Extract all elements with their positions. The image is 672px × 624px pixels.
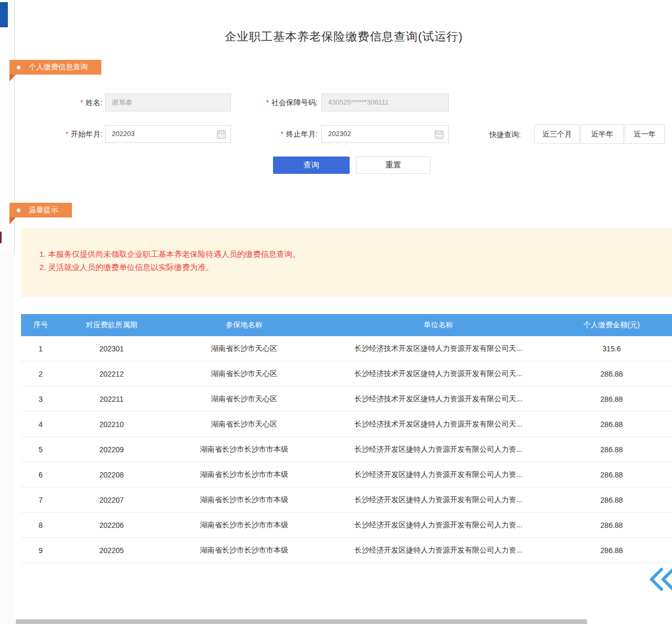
table-row: 8202206湖南省长沙市长沙市市本级长沙经济开发区捷特人力资源开发有限公司人力… — [21, 513, 672, 538]
table-cell: 7 — [21, 496, 60, 504]
horizontal-scrollbar[interactable] — [16, 619, 587, 624]
end-date-field[interactable]: 202302 — [321, 125, 449, 143]
section-title: 温馨提示 — [29, 205, 58, 215]
table-cell: 长沙经济技术开发区捷特人力资源开发有限公司天... — [326, 344, 551, 353]
table-row: 7202207湖南省长沙市长沙市市本级长沙经济开发区捷特人力资源开发有限公司人力… — [21, 487, 672, 513]
table-cell: 长沙经济开发区捷特人力资源开发有限公司人力资... — [326, 521, 551, 530]
table-body: 1202301湖南省长沙市天心区长沙经济技术开发区捷特人力资源开发有限公司天..… — [21, 336, 672, 563]
required-asterisk: * — [266, 98, 269, 107]
col-header-index: 序号 — [21, 320, 60, 330]
table-cell: 3 — [21, 395, 60, 403]
table-cell: 286.88 — [551, 370, 672, 378]
required-asterisk: * — [66, 130, 68, 138]
payments-table: 序号 对应费款所属期 参保地名称 单位名称 个人缴费金额(元) 1202301湖… — [21, 314, 672, 563]
table-cell: 202209 — [60, 445, 163, 454]
left-edge-mark — [0, 232, 2, 243]
quick-query-label: 快捷查询: — [489, 125, 521, 144]
name-field[interactable]: 谢旭泰 — [105, 93, 231, 111]
calendar-icon[interactable] — [217, 130, 226, 139]
table-cell: 长沙经济技术开发区捷特人力资源开发有限公司天... — [326, 394, 551, 404]
table-cell: 1 — [21, 345, 60, 353]
page-title: 企业职工基本养老保险缴费信息查询(试运行) — [16, 29, 672, 45]
table-cell: 湖南省长沙市长沙市市本级 — [163, 445, 326, 454]
quick-3months-button[interactable]: 近三个月 — [534, 124, 580, 144]
end-date-label: *终止年月: — [257, 125, 318, 143]
table-cell: 长沙经济开发区捷特人力资源开发有限公司人力资... — [326, 445, 551, 454]
table-cell: 202210 — [60, 420, 163, 429]
reset-button[interactable]: 重置 — [356, 157, 430, 174]
table-cell: 202206 — [60, 521, 163, 529]
table-cell: 202301 — [60, 345, 163, 353]
bullet-icon — [17, 66, 20, 69]
table-cell: 6 — [21, 471, 60, 479]
sidebar-blue-tab[interactable] — [0, 2, 8, 27]
table-row: 1202301湖南省长沙市天心区长沙经济技术开发区捷特人力资源开发有限公司天..… — [21, 336, 672, 361]
table-cell: 8 — [21, 521, 60, 529]
notice-line: 1. 本服务仅提供尚未领取企业职工基本养老保险待遇人员的缴费信息查询。 — [39, 247, 662, 261]
page: 企业职工基本养老保险缴费信息查询(试运行) 个人缴费信息查询 *姓名: 谢旭泰 … — [0, 0, 672, 624]
ssn-value: 430525******306111 — [328, 98, 388, 106]
table-cell: 4 — [21, 420, 60, 429]
table-cell: 湖南省长沙市长沙市市本级 — [163, 470, 326, 480]
col-header-company: 单位名称 — [326, 320, 551, 330]
table-cell: 湖南省长沙市天心区 — [163, 394, 326, 404]
table-cell: 长沙经济技术开发区捷特人力资源开发有限公司天... — [326, 420, 551, 429]
search-button[interactable]: 查询 — [273, 157, 350, 174]
ssn-field[interactable]: 430525******306111 — [321, 93, 449, 111]
ribbon-fold — [9, 217, 16, 224]
table-cell: 286.88 — [551, 420, 672, 429]
table-cell: 9 — [21, 546, 60, 555]
table-cell: 286.88 — [551, 445, 672, 454]
quick-1year-button[interactable]: 近一年 — [625, 124, 665, 144]
start-date-field[interactable]: 202203 — [105, 125, 231, 143]
calendar-icon[interactable] — [435, 130, 444, 139]
col-header-region: 参保地名称 — [163, 320, 326, 330]
table-cell: 2 — [21, 370, 60, 378]
table-cell: 湖南省长沙市天心区 — [163, 344, 326, 353]
table-row: 3202211湖南省长沙市天心区长沙经济技术开发区捷特人力资源开发有限公司天..… — [21, 387, 672, 412]
table-cell: 湖南省长沙市天心区 — [163, 369, 326, 379]
quick-halfyear-button[interactable]: 近半年 — [581, 124, 624, 144]
col-header-amount: 个人缴费金额(元) — [551, 320, 672, 330]
table-cell: 湖南省长沙市长沙市市本级 — [163, 521, 326, 530]
section-header-tips: 温馨提示 — [9, 203, 72, 217]
section-header-personal-query: 个人缴费信息查询 — [9, 60, 101, 75]
table-row: 6202208湖南省长沙市长沙市市本级长沙经济开发区捷特人力资源开发有限公司人力… — [21, 462, 672, 487]
table-cell: 长沙经济技术开发区捷特人力资源开发有限公司天... — [326, 369, 551, 379]
end-date-value: 202302 — [328, 130, 351, 138]
table-row: 2202212湖南省长沙市天心区长沙经济技术开发区捷特人力资源开发有限公司天..… — [21, 361, 672, 387]
table-row: 5202209湖南省长沙市长沙市市本级长沙经济开发区捷特人力资源开发有限公司人力… — [21, 437, 672, 462]
ribbon-fold — [9, 75, 16, 81]
table-cell: 286.88 — [551, 496, 672, 504]
table-header-row: 序号 对应费款所属期 参保地名称 单位名称 个人缴费金额(元) — [21, 314, 672, 336]
table-cell: 315.6 — [551, 345, 672, 353]
table-row: 9202205湖南省长沙市长沙市市本级长沙经济开发区捷特人力资源开发有限公司人力… — [21, 538, 672, 563]
table-cell: 湖南省长沙市长沙市市本级 — [163, 495, 326, 505]
table-cell: 202205 — [60, 546, 163, 555]
start-date-label: *开始年月: — [45, 125, 102, 143]
table-cell: 202211 — [60, 395, 163, 403]
table-cell: 202208 — [60, 471, 163, 479]
name-label: *姓名: — [52, 93, 102, 111]
table-row: 4202210湖南省长沙市天心区长沙经济技术开发区捷特人力资源开发有限公司天..… — [21, 412, 672, 437]
table-cell: 286.88 — [551, 546, 672, 555]
required-asterisk: * — [80, 98, 83, 107]
start-date-value: 202203 — [112, 130, 134, 138]
bullet-icon — [17, 209, 20, 212]
table-cell: 长沙经济开发区捷特人力资源开发有限公司人力资... — [326, 470, 551, 480]
table-cell: 湖南省长沙市长沙市市本级 — [163, 546, 326, 555]
table-cell: 5 — [21, 445, 60, 454]
col-header-period: 对应费款所属期 — [60, 320, 163, 330]
notice-box: 1. 本服务仅提供尚未领取企业职工基本养老保险待遇人员的缴费信息查询。 2. 灵… — [21, 228, 672, 297]
name-value: 谢旭泰 — [112, 98, 132, 106]
section-title: 个人缴费信息查询 — [29, 63, 88, 72]
table-cell: 286.88 — [551, 521, 672, 529]
required-asterisk: * — [281, 130, 284, 138]
table-cell: 202212 — [60, 370, 163, 378]
table-cell: 长沙经济开发区捷特人力资源开发有限公司人力资... — [326, 495, 551, 505]
notice-line: 2. 灵活就业人员的缴费单位信息以实际缴费为准。 — [39, 261, 662, 274]
table-cell: 286.88 — [551, 471, 672, 479]
table-cell: 长沙经济开发区捷特人力资源开发有限公司人力资... — [326, 546, 551, 555]
table-cell: 202207 — [60, 496, 163, 504]
double-chevron-left-icon[interactable] — [649, 567, 672, 591]
